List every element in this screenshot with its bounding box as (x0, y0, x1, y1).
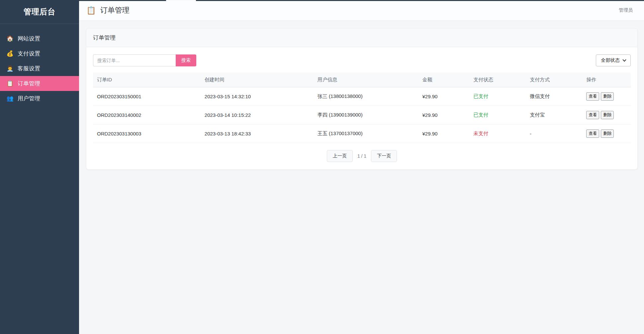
orders-toolbar: 搜索 全部状态 (93, 54, 631, 66)
row-actions: 查看 删除 (586, 92, 627, 101)
row-actions: 查看 删除 (586, 111, 627, 119)
table-header-row: 订单ID 创建时间 用户信息 金额 支付状态 支付方式 操作 (93, 73, 631, 87)
order-method: 微信支付 (526, 87, 582, 106)
content-area: 订单管理 搜索 全部状态 (79, 21, 644, 334)
money-bag-icon: 💰 (6, 50, 14, 57)
order-amount: ¥29.90 (418, 106, 469, 125)
browser-chrome-artifact (79, 0, 644, 1)
table-row: ORD202303150001 2023-03-15 14:32:10 张三 (… (93, 87, 631, 106)
col-order-id: 订单ID (93, 73, 201, 87)
sidebar-item-label: 支付设置 (18, 50, 40, 57)
card-title: 订单管理 (86, 29, 637, 47)
order-user: 张三 (13800138000) (314, 87, 418, 106)
col-pay-method: 支付方式 (526, 73, 582, 87)
sidebar-item-user-management[interactable]: 👥 用户管理 (0, 91, 79, 106)
order-method: 支付宝 (526, 106, 582, 125)
orders-table: 订单ID 创建时间 用户信息 金额 支付状态 支付方式 操作 ORD202303… (93, 73, 631, 143)
sidebar-item-order-management[interactable]: 📋 订单管理 (0, 76, 79, 91)
row-actions: 查看 删除 (586, 129, 627, 138)
sidebar-nav: 🏠 网站设置 💰 支付设置 👨‍💼 客服设置 📋 订单管理 👥 用户管理 (0, 31, 79, 106)
sidebar-item-label: 用户管理 (18, 95, 40, 102)
order-status: 未支付 (469, 125, 526, 143)
view-button[interactable]: 查看 (586, 129, 599, 138)
orders-card: 订单管理 搜索 全部状态 (86, 28, 638, 170)
col-user-info: 用户信息 (314, 73, 418, 87)
table-row: ORD202303140002 2023-03-14 10:15:22 李四 (… (93, 106, 631, 125)
clipboard-icon: 📋 (6, 80, 14, 87)
sidebar-item-label: 客服设置 (18, 65, 40, 72)
order-status: 已支付 (469, 87, 526, 106)
next-page-button[interactable]: 下一页 (371, 150, 397, 162)
order-user: 李四 (13900139000) (314, 106, 418, 125)
top-header: 📋 订单管理 管理员 (79, 0, 644, 21)
delete-button[interactable]: 删除 (601, 111, 614, 119)
clipboard-icon: 📋 (86, 6, 96, 15)
house-icon: 🏠 (6, 35, 14, 42)
users-icon: 👥 (6, 95, 14, 102)
sidebar-item-support-settings[interactable]: 👨‍💼 客服设置 (0, 61, 79, 76)
order-amount: ¥29.90 (418, 125, 469, 143)
main-area: 📋 订单管理 管理员 订单管理 搜索 全部状态 (79, 0, 644, 334)
order-id: ORD202303130003 (93, 125, 201, 143)
sidebar-item-label: 网站设置 (18, 35, 40, 42)
order-created: 2023-03-15 14:32:10 (201, 87, 314, 106)
delete-button[interactable]: 删除 (601, 129, 614, 138)
sidebar-item-site-settings[interactable]: 🏠 网站设置 (0, 31, 79, 46)
pagination: 上一页 1 / 1 下一页 (93, 150, 631, 163)
col-actions: 操作 (582, 73, 631, 87)
col-pay-status: 支付状态 (469, 73, 526, 87)
delete-button[interactable]: 删除 (601, 92, 614, 101)
order-id: ORD202303150001 (93, 87, 201, 106)
order-amount: ¥29.90 (418, 87, 469, 106)
card-body: 搜索 全部状态 订单ID 创 (86, 47, 637, 169)
sidebar-item-payment-settings[interactable]: 💰 支付设置 (0, 46, 79, 61)
status-filter-value: 全部状态 (601, 57, 620, 63)
sidebar-item-label: 订单管理 (18, 80, 40, 87)
order-method: - (526, 125, 582, 143)
sidebar: 管理后台 🏠 网站设置 💰 支付设置 👨‍💼 客服设置 📋 订单管理 👥 用户管… (0, 0, 79, 334)
prev-page-button[interactable]: 上一页 (327, 150, 353, 162)
search-button[interactable]: 搜索 (176, 54, 196, 66)
chevron-down-icon (622, 58, 626, 61)
order-id: ORD202303140002 (93, 106, 201, 125)
app-title: 管理后台 (0, 0, 79, 24)
view-button[interactable]: 查看 (586, 92, 599, 101)
order-status: 已支付 (469, 106, 526, 125)
page-indicator: 1 / 1 (357, 153, 366, 159)
order-user: 王五 (13700137000) (314, 125, 418, 143)
table-row: ORD202303130003 2023-03-13 18:42:33 王五 (… (93, 125, 631, 143)
page-title: 📋 订单管理 (86, 5, 130, 15)
order-created: 2023-03-14 10:15:22 (201, 106, 314, 125)
support-agent-icon: 👨‍💼 (6, 65, 14, 72)
page-title-text: 订单管理 (100, 5, 130, 15)
search-input[interactable] (93, 54, 176, 66)
current-user-label: 管理员 (619, 7, 633, 13)
col-created-at: 创建时间 (201, 73, 314, 87)
col-amount: 金额 (418, 73, 469, 87)
order-created: 2023-03-13 18:42:33 (201, 125, 314, 143)
status-filter-select[interactable]: 全部状态 (596, 54, 631, 66)
search-group: 搜索 (93, 54, 196, 66)
view-button[interactable]: 查看 (586, 111, 599, 119)
